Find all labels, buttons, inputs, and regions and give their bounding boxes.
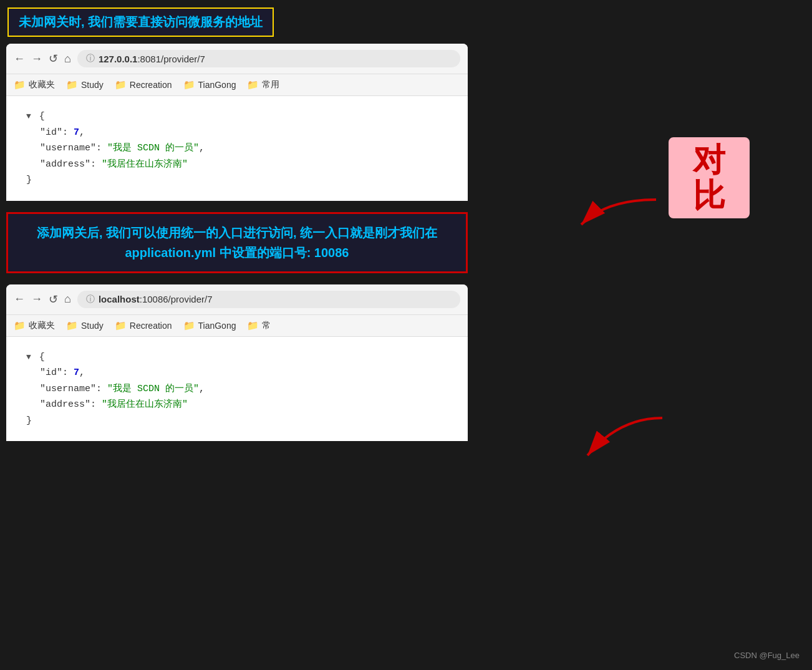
json-address-value-2: "我居住在山东济南" [102, 399, 188, 410]
json-address-value: "我居住在山东济南" [102, 159, 188, 170]
json-comma-4: , [199, 384, 205, 394]
json-id-value-2: 7 [74, 367, 79, 378]
folder-icon-6: 📁 [14, 320, 26, 331]
url-top: 127.0.0.1:8081/provider/7 [99, 54, 205, 64]
folder-icon-10: 📁 [247, 320, 259, 331]
forward-button[interactable]: → [31, 52, 42, 66]
info-icon-2: ⓘ [86, 294, 95, 305]
folder-icon-1: 📁 [14, 79, 26, 90]
folder-icon-5: 📁 [247, 79, 259, 90]
forward-button-2[interactable]: → [31, 293, 42, 306]
browser-bottom: ← → ↺ ⌂ ⓘ localhost:10086/provider/7 📁 收… [6, 284, 468, 442]
json-comma-3: , [79, 367, 85, 378]
json-username-key-2: "username": [40, 384, 107, 394]
folder-icon-8: 📁 [115, 320, 127, 331]
json-address-key: "address": [40, 159, 102, 170]
back-button-2[interactable]: ← [14, 293, 25, 306]
bookmark-label-10: 常 [262, 320, 271, 331]
bookmark-label-5: 常用 [262, 79, 279, 90]
browser-bottom-bookmarks: 📁 收藏夹 📁 Study 📁 Recreation 📁 TianGong 📁 … [6, 315, 468, 337]
url-path-top: :8081/provider/7 [137, 54, 205, 64]
address-bar-top[interactable]: ⓘ 127.0.0.1:8081/provider/7 [77, 50, 460, 67]
bookmark-common[interactable]: 📁 常用 [247, 79, 279, 90]
json-close-line: } [21, 172, 453, 188]
watermark-text: CSDN @Fug_Lee [734, 651, 800, 660]
home-button-2[interactable]: ⌂ [64, 293, 71, 306]
bookmark-label-6: 收藏夹 [29, 320, 55, 331]
bookmark-label-8: Recreation [130, 321, 172, 331]
json-username-value-2: "我是 SCDN 的一员" [107, 384, 199, 394]
reload-button[interactable]: ↺ [49, 52, 58, 66]
browser-bottom-toolbar: ← → ↺ ⌂ ⓘ localhost:10086/provider/7 [6, 284, 468, 315]
top-annotation-text: 未加网关时, 我们需要直接访问微服务的地址 [19, 15, 263, 29]
folder-icon-2: 📁 [66, 79, 78, 90]
bookmark-label-2: Study [81, 80, 104, 90]
address-bar-bottom[interactable]: ⓘ localhost:10086/provider/7 [77, 291, 460, 308]
json-username-line: "username": "我是 SCDN 的一员", [21, 140, 453, 157]
json-id-line-2: "id": 7, [21, 365, 453, 381]
mid-annotation-box: 添加网关后, 我们可以使用统一的入口进行访问, 统一入口就是刚才我们在 appl… [6, 212, 468, 273]
json-brace-open-2: { [39, 352, 45, 362]
json-brace-close-2: } [26, 415, 32, 426]
bookmark-study-2[interactable]: 📁 Study [66, 320, 104, 331]
bookmark-tiangong-2[interactable]: 📁 TianGong [183, 320, 236, 331]
url-host-bottom: localhost [99, 294, 140, 304]
json-close-line-2: } [21, 413, 453, 429]
bookmark-favorites[interactable]: 📁 收藏夹 [14, 79, 55, 90]
folder-icon-9: 📁 [183, 320, 195, 331]
reload-button-2[interactable]: ↺ [49, 293, 58, 306]
comparison-label: 对 比 [669, 137, 750, 218]
bookmark-favorites-2[interactable]: 📁 收藏夹 [14, 320, 55, 331]
info-icon: ⓘ [86, 53, 95, 64]
bookmark-label-9: TianGong [198, 321, 236, 331]
home-button[interactable]: ⌂ [64, 52, 71, 66]
json-triangle-1: ▼ [26, 112, 31, 121]
bookmark-label-1: 收藏夹 [29, 79, 55, 90]
url-host-top: 127.0.0.1 [99, 54, 138, 64]
json-brace-close-1: } [26, 175, 32, 185]
browser-top: ← → ↺ ⌂ ⓘ 127.0.0.1:8081/provider/7 📁 收藏… [6, 44, 468, 201]
browser-top-bookmarks: 📁 收藏夹 📁 Study 📁 Recreation 📁 TianGong 📁 … [6, 74, 468, 96]
url-bottom: localhost:10086/provider/7 [99, 294, 213, 304]
browser-top-content: ▼ { "id": 7, "username": "我是 SCDN 的一员", … [6, 96, 468, 201]
url-path-bottom: :10086/provider/7 [140, 294, 213, 304]
json-id-line: "id": 7, [21, 125, 453, 141]
json-triangle-2: ▼ [26, 352, 31, 362]
mid-annotation-text: 添加网关后, 我们可以使用统一的入口进行访问, 统一入口就是刚才我们在 appl… [37, 226, 437, 260]
bookmark-study[interactable]: 📁 Study [66, 79, 104, 90]
folder-icon-3: 📁 [115, 79, 127, 90]
bookmark-tiangong[interactable]: 📁 TianGong [183, 79, 236, 90]
folder-icon-4: 📁 [183, 79, 195, 90]
json-id-key-2: "id": [40, 367, 74, 378]
comparison-text: 对 比 [693, 142, 725, 213]
bookmark-recreation-2[interactable]: 📁 Recreation [115, 320, 172, 331]
json-address-key-2: "address": [40, 399, 102, 410]
watermark: CSDN @Fug_Lee [734, 651, 800, 660]
json-username-key: "username": [40, 143, 107, 153]
bookmark-common-2[interactable]: 📁 常 [247, 320, 271, 331]
main-container: ← → ↺ ⌂ ⓘ 127.0.0.1:8081/provider/7 📁 收藏… [6, 44, 480, 441]
top-annotation-box: 未加网关时, 我们需要直接访问微服务的地址 [7, 7, 274, 37]
json-username-value: "我是 SCDN 的一员" [107, 143, 199, 153]
browser-top-toolbar: ← → ↺ ⌂ ⓘ 127.0.0.1:8081/provider/7 [6, 44, 468, 74]
bookmark-label-4: TianGong [198, 80, 236, 90]
json-comma-1: , [79, 127, 85, 138]
bookmark-label-7: Study [81, 321, 104, 331]
arrow-top [575, 193, 662, 233]
browser-bottom-content: ▼ { "id": 7, "username": "我是 SCDN 的一员", … [6, 337, 468, 442]
json-address-line: "address": "我居住在山东济南" [21, 157, 453, 173]
json-id-value: 7 [74, 127, 79, 138]
json-open-line-2: ▼ { [21, 349, 453, 366]
arrow-bottom [581, 412, 669, 464]
json-comma-2: , [199, 143, 205, 153]
back-button[interactable]: ← [14, 52, 25, 66]
json-open-line: ▼ { [21, 109, 453, 125]
bookmark-recreation[interactable]: 📁 Recreation [115, 79, 172, 90]
folder-icon-7: 📁 [66, 320, 78, 331]
json-address-line-2: "address": "我居住在山东济南" [21, 397, 453, 413]
json-brace-open-1: { [39, 111, 45, 122]
bookmark-label-3: Recreation [130, 80, 172, 90]
json-username-line-2: "username": "我是 SCDN 的一员", [21, 381, 453, 397]
json-id-key: "id": [40, 127, 74, 138]
